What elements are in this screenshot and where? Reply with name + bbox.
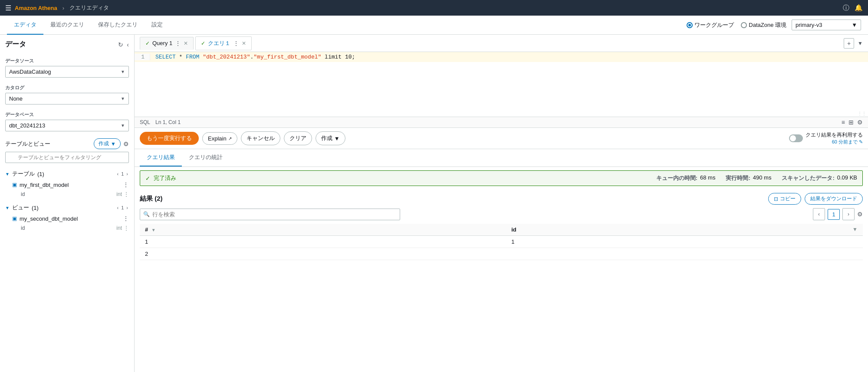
prev-page-button[interactable]: ‹ (813, 208, 825, 220)
results-tab-stats[interactable]: クエリの統計 (182, 149, 230, 166)
query-tabs-bar: ✓ Query 1 ⋮ ✕ ✓ クエリ１ ⋮ ✕ + ▼ (135, 35, 868, 52)
database-label: データベース (5, 111, 129, 118)
logo[interactable]: Amazon Athena (15, 5, 57, 11)
tab-dropdown-arrow[interactable]: ▼ (858, 40, 863, 46)
banner-left: ✓ 完了済み (145, 174, 176, 182)
view-column-name: id (21, 225, 116, 231)
views-triangle: ▼ (5, 206, 10, 210)
menu-icon[interactable]: ☰ (5, 4, 11, 12)
query-tab-query1[interactable]: ✓ Query 1 ⋮ ✕ (140, 37, 194, 50)
action-right: クエリ結果を再利用する 60 分前まで ✎ (789, 131, 863, 145)
create-query-button[interactable]: 作成 ▼ (316, 131, 345, 145)
results-title: 結果 (2) (140, 195, 163, 203)
editor-position: Ln 1, Col 1 (155, 119, 181, 125)
explain-ext-icon: ↗ (228, 136, 232, 141)
datasource-label: データソース (5, 58, 129, 64)
filter-wrap: 🔍 (5, 152, 129, 163)
views-page: 1 (121, 205, 124, 210)
tables-section-header[interactable]: ▼ テーブル (1) ‹ 1 › (5, 168, 129, 179)
tab-saved[interactable]: 保存したクエリ (91, 16, 145, 35)
toggle-label: クエリ結果を再利用する (806, 131, 863, 139)
main-layout: データ ↻ ‹ データソース AwsDataCatalog ▼ カタログ Non… (0, 35, 868, 372)
radio-workgroup-dot (687, 22, 693, 28)
subnav-right: ワークグループ DataZone 環境 primary-v3 ▼ (687, 20, 861, 30)
tables-filter-input[interactable] (5, 152, 129, 163)
download-button[interactable]: 結果をダウンロード (805, 193, 863, 205)
line-number-1: 1 (135, 54, 150, 60)
resize-handle[interactable]: ⋮⋮ (856, 110, 868, 117)
bell-icon[interactable]: 🔔 (855, 4, 863, 12)
radio-datazone[interactable]: DataZone 環境 (741, 21, 786, 29)
database-dropdown[interactable]: dbt_20241213 ▼ (5, 120, 129, 131)
tab-close-query2[interactable]: ✕ (242, 40, 246, 46)
row-search-input[interactable] (140, 209, 400, 220)
tab-editor[interactable]: エディタ (7, 16, 43, 35)
table-row: 1 1 (140, 236, 863, 248)
catalog-dropdown[interactable]: None ▼ (5, 93, 129, 104)
views-section-header[interactable]: ▼ ビュー (1) ‹ 1 › (5, 202, 129, 213)
reuse-toggle[interactable] (789, 134, 803, 142)
database-value: dbt_20241213 (9, 122, 45, 129)
views-prev-arrow[interactable]: ‹ (116, 205, 120, 210)
info-icon[interactable]: ⓘ (843, 4, 849, 12)
cancel-button[interactable]: キャンセル (241, 131, 280, 145)
refresh-icon[interactable]: ↻ (118, 41, 123, 48)
tables-prev-arrow[interactable]: ‹ (116, 171, 120, 176)
sublabel-edit-icon[interactable]: ✎ (859, 139, 863, 144)
view-item-my-second-dbt-model[interactable]: ▣ my_second_dbt_model ⋮ (5, 213, 129, 224)
create-button[interactable]: 作成 ▼ (94, 138, 121, 149)
col-settings-icon[interactable]: ▼ (852, 226, 858, 232)
copy-button[interactable]: ⊡ コピー (768, 193, 801, 205)
collapse-icon[interactable]: ‹ (127, 41, 129, 48)
tab-dots-query2[interactable]: ⋮ (233, 40, 239, 47)
column-dots[interactable]: ⋮ (124, 191, 129, 197)
format-icon[interactable]: ≡ (842, 119, 845, 126)
tables-settings-icon[interactable]: ⚙ (123, 140, 129, 147)
create-query-label: 作成 (321, 134, 332, 142)
sort-icon-row-num[interactable]: ▼ (151, 228, 156, 232)
tables-next-arrow[interactable]: › (125, 171, 129, 176)
view-column-dots[interactable]: ⋮ (124, 225, 129, 231)
table-dots-icon[interactable]: ⋮ (123, 181, 129, 188)
tab-settings[interactable]: 設定 (145, 16, 170, 35)
view-dots-icon[interactable]: ⋮ (123, 215, 129, 222)
tab-dots-query1[interactable]: ⋮ (175, 40, 181, 47)
explain-button[interactable]: Explain ↗ (202, 132, 237, 145)
view-tree-item-left: ▣ my_second_dbt_model (12, 215, 123, 222)
query-tab-query2[interactable]: ✓ クエリ１ ⋮ ✕ (195, 36, 252, 50)
results-actions: ⊡ コピー 結果をダウンロード (768, 193, 863, 205)
workgroup-value: primary-v3 (796, 22, 822, 28)
tab-add-button[interactable]: + (844, 38, 854, 49)
run-button[interactable]: もう一度実行する (140, 132, 199, 145)
views-label: ビュー (12, 204, 29, 212)
table-view-icon[interactable]: ⊞ (848, 119, 854, 126)
code-editor[interactable]: 1 SELECT * FROM "dbt_20241213"."my_first… (135, 52, 868, 117)
pagination-settings-icon[interactable]: ⚙ (857, 211, 863, 218)
tab-check-icon2: ✓ (201, 40, 205, 46)
topbar: ☰ Amazon Athena › クエリエディタ ⓘ 🔔 (0, 0, 868, 16)
explain-label: Explain (208, 135, 227, 142)
views-nav-arrows: ‹ 1 › (116, 205, 129, 210)
radio-workgroup[interactable]: ワークグループ (687, 21, 734, 29)
views-next-arrow[interactable]: › (125, 205, 129, 210)
results-table: # ▼ id ▼ 1 1 (140, 224, 863, 260)
clear-button[interactable]: クリア (284, 131, 312, 145)
results-tab-query-results[interactable]: クエリ結果 (140, 149, 182, 166)
datasource-value: AwsDataCatalog (9, 69, 51, 75)
view-name: my_second_dbt_model (20, 215, 123, 222)
code-line-1: 1 SELECT * FROM "dbt_20241213"."my_first… (135, 52, 868, 62)
sidebar: データ ↻ ‹ データソース AwsDataCatalog ▼ カタログ Non… (0, 35, 135, 372)
column-name: id (21, 191, 116, 197)
workgroup-dropdown[interactable]: primary-v3 ▼ (792, 20, 861, 30)
tab-close-query1[interactable]: ✕ (184, 40, 188, 46)
row-search-wrap: 🔍 (140, 209, 400, 220)
datasource-dropdown[interactable]: AwsDataCatalog ▼ (5, 66, 129, 78)
editor-lang: SQL (140, 119, 150, 125)
cell-row-num-2: 2 (140, 248, 506, 260)
next-page-button[interactable]: › (842, 208, 855, 220)
table-item-my-first-dbt-model[interactable]: ▣ my_first_dbt_model ⋮ (5, 179, 129, 190)
editor-settings-icon[interactable]: ⚙ (857, 119, 863, 126)
tab-recent[interactable]: 最近のクエリ (43, 16, 91, 35)
workgroup-arrow: ▼ (852, 22, 857, 28)
status-right: ≡ ⊞ ⚙ (842, 119, 863, 126)
